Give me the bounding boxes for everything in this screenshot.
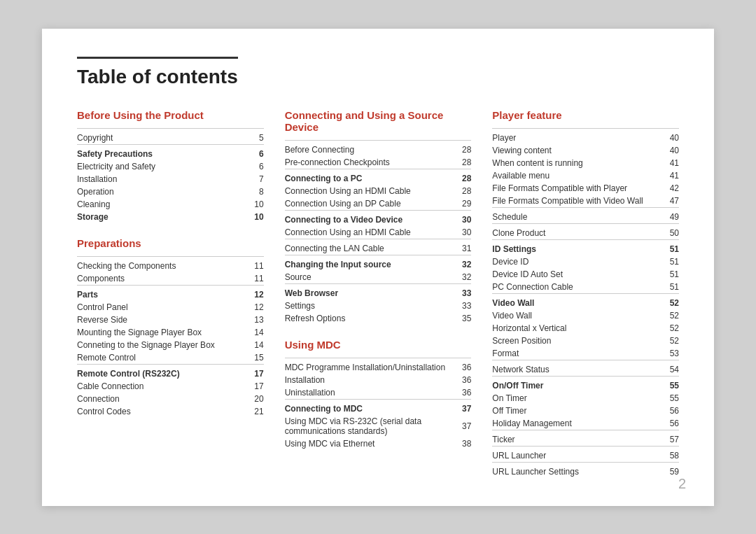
page-number: 2: [678, 476, 686, 492]
row-label: Control Panel: [77, 301, 248, 314]
row-page: 13: [248, 314, 264, 326]
row-label: Device ID Auto Set: [492, 268, 665, 281]
col2: Connecting and Using a Source DeviceBefo…: [285, 109, 493, 478]
row-page: 8: [239, 185, 264, 198]
toc-table: Checking the Components11Components11Par…: [77, 256, 264, 418]
table-row: Control Codes21: [77, 405, 264, 418]
row-label: Connection Using an HDMI Cable: [285, 185, 455, 197]
row-page: 36: [459, 358, 471, 374]
row-page: 54: [665, 360, 679, 376]
row-label: Checking the Components: [77, 256, 248, 272]
row-page: 7: [239, 173, 264, 185]
row-label: Safety Precautions: [77, 144, 239, 160]
table-row: Connecting the LAN Cable31: [285, 239, 472, 255]
row-label: URL Launcher Settings: [492, 462, 665, 478]
row-label: Schedule: [492, 207, 665, 223]
row-page: 11: [248, 272, 264, 286]
table-row: Pre-connection Checkpoints28: [285, 156, 472, 169]
row-label: Connecting to a PC: [285, 169, 455, 185]
row-label: Viewing content: [492, 144, 665, 157]
row-label: Video Wall: [492, 309, 665, 322]
row-label: Reverse Side: [77, 314, 248, 326]
row-page: 10: [239, 211, 264, 223]
row-page: 28: [455, 156, 471, 169]
table-row: Using MDC via Ethernet38: [285, 437, 472, 450]
row-page: 56: [665, 417, 679, 430]
table-row: Clone Product50: [492, 223, 679, 239]
row-label: File Formats Compatible with Player: [492, 182, 665, 195]
table-row: Reverse Side13: [77, 314, 264, 326]
table-row: Connecting to MDC37: [285, 399, 472, 415]
row-page: 50: [665, 223, 679, 239]
row-label: Player: [492, 128, 665, 144]
row-page: 40: [665, 144, 679, 157]
row-label: On/Off Timer: [492, 376, 665, 392]
section-1: PreparationsChecking the Components11Com…: [77, 237, 264, 418]
table-row: Network Status54: [492, 360, 679, 376]
row-label: Horizontal x Vertical: [492, 322, 665, 335]
row-page: 52: [665, 335, 679, 347]
row-label: File Formats Compatible with Video Wall: [492, 195, 665, 208]
row-label: Source: [285, 271, 455, 284]
table-row: Available menu41: [492, 169, 679, 182]
row-label: Uninstallation: [285, 386, 459, 400]
row-page: 55: [665, 376, 679, 392]
table-row: Off Timer56: [492, 405, 679, 417]
table-row: Connection Using an HDMI Cable28: [285, 185, 472, 197]
row-page: 41: [665, 169, 679, 182]
table-row: When content is running41: [492, 157, 679, 169]
row-label: Network Status: [492, 360, 665, 376]
row-label: Mounting the Signage Player Box: [77, 326, 248, 339]
row-label: Electricity and Safety: [77, 160, 239, 173]
table-row: Ticker57: [492, 430, 679, 446]
row-label: PC Connection Cable: [492, 281, 665, 294]
col1: Before Using the ProductCopyright5Safety…: [77, 109, 285, 478]
section-title: Connecting and Using a Source Device: [285, 109, 472, 133]
row-label: Holiday Management: [492, 417, 665, 430]
row-label: Device ID: [492, 255, 665, 268]
table-row: Player40: [492, 128, 679, 144]
table-row: Storage10: [77, 211, 264, 223]
row-page: 47: [665, 195, 679, 208]
table-row: Mounting the Signage Player Box14: [77, 326, 264, 339]
row-page: 58: [665, 446, 679, 462]
table-row: Device ID51: [492, 255, 679, 268]
row-label: Using MDC via Ethernet: [285, 437, 459, 450]
table-row: Control Panel12: [77, 301, 264, 314]
row-label: Screen Position: [492, 335, 665, 347]
table-row: Cleaning10: [77, 198, 264, 211]
row-label: Conneting to the Signage Player Box: [77, 339, 248, 351]
row-page: 59: [665, 462, 679, 478]
table-row: Installation7: [77, 173, 264, 185]
row-page: 21: [248, 405, 264, 418]
row-page: 15: [248, 351, 264, 365]
section-title: Player feature: [492, 109, 679, 121]
row-label: Remote Control (RS232C): [77, 364, 248, 380]
table-row: Screen Position52: [492, 335, 679, 347]
row-label: Video Wall: [492, 293, 665, 309]
row-label: Format: [492, 347, 665, 360]
table-row: Refresh Options35: [285, 312, 472, 325]
row-page: 51: [665, 268, 679, 281]
row-page: 14: [248, 326, 264, 339]
row-page: 32: [455, 271, 471, 284]
table-row: Device ID Auto Set51: [492, 268, 679, 281]
table-row: Holiday Management56: [492, 417, 679, 430]
row-page: 6: [239, 144, 264, 160]
table-row: Connecting to a Video Device30: [285, 210, 472, 226]
row-page: 31: [455, 239, 471, 255]
row-page: 40: [665, 128, 679, 144]
table-row: URL Launcher58: [492, 446, 679, 462]
row-label: Remote Control: [77, 351, 248, 365]
row-page: 28: [455, 140, 471, 156]
table-row: Connection20: [77, 393, 264, 405]
table-row: Connection Using an HDMI Cable30: [285, 226, 472, 239]
row-page: 12: [248, 285, 264, 301]
section-0: Connecting and Using a Source DeviceBefo…: [285, 109, 472, 325]
row-label: Off Timer: [492, 405, 665, 417]
row-page: 51: [665, 255, 679, 268]
row-label: Connecting to MDC: [285, 399, 459, 415]
row-page: 55: [665, 392, 679, 405]
col3: Player featurePlayer40Viewing content40W…: [492, 109, 679, 478]
table-row: Operation8: [77, 185, 264, 198]
